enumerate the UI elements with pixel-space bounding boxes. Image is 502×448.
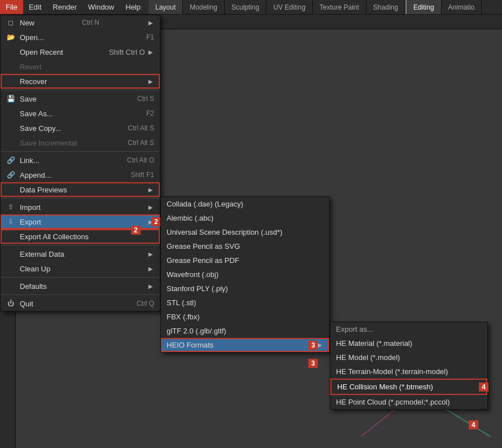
export-stanford-ply[interactable]: Stanford PLY (.ply)	[161, 282, 329, 296]
tab-texture-paint[interactable]: Texture Paint	[313, 0, 366, 14]
heio-collision-mesh[interactable]: HE Collision Mesh (*.btmesh)	[330, 379, 487, 395]
export-grease-svg[interactable]: Grease Pencil as SVG	[161, 239, 329, 253]
top-bar: File Edit Render Window Help Layout Mode…	[0, 0, 502, 15]
divider-1	[1, 90, 160, 90]
menu-open[interactable]: 📂 Open... F1	[1, 30, 160, 45]
menu-data-previews[interactable]: Data Previews ►	[1, 182, 160, 197]
menu-revert: Revert	[1, 59, 160, 74]
export-icon: ⇩	[6, 217, 15, 226]
tab-layout[interactable]: Layout	[149, 0, 183, 14]
menu-recover[interactable]: Recover ►	[1, 74, 160, 89]
workspace-tabs: Layout Modeling Sculpting UV Editing Tex…	[149, 0, 482, 14]
external-data-icon	[6, 249, 15, 258]
render-menu-trigger[interactable]: Render	[47, 0, 82, 14]
tab-modeling[interactable]: Modeling	[183, 0, 225, 14]
divider-2	[1, 151, 160, 152]
export-submenu: Collada (.dae) (Legacy) Alembic (.abc) U…	[160, 196, 330, 353]
menu-new[interactable]: ◻ New Ctrl N ►	[1, 15, 160, 30]
tab-shading[interactable]: Shading	[366, 0, 405, 14]
heio-export-as-header: Export as...	[330, 322, 487, 336]
heio-annotation-3: 3	[308, 359, 318, 368]
annotation-2: 2	[151, 217, 161, 226]
export-collada[interactable]: Collada (.dae) (Legacy)	[161, 197, 329, 211]
tab-uv-editing[interactable]: UV Editing	[267, 0, 313, 14]
save-incremental-icon	[6, 138, 15, 147]
menu-append[interactable]: 🔗 Append... Shift F1	[1, 168, 160, 182]
heio-terrain-model[interactable]: HE Terrain-Model (*.terrain-model)	[330, 364, 487, 379]
menu-save-copy[interactable]: Save Copy... Ctrl Alt S	[1, 121, 160, 135]
tab-animation[interactable]: Animatio	[442, 0, 482, 14]
save-as-icon	[6, 109, 15, 118]
divider-3	[1, 198, 160, 199]
quit-icon: ⏻	[6, 299, 15, 308]
export-usd[interactable]: Universal Scene Description (.usd*)	[161, 225, 329, 239]
divider-5	[1, 277, 160, 278]
save-copy-icon	[6, 124, 15, 133]
open-icon: 📂	[6, 33, 15, 42]
heio-submenu: Export as... HE Material (*.material) HE…	[330, 322, 488, 410]
menu-clean-up[interactable]: Clean Up ►	[1, 261, 160, 276]
menu-save-incremental: Save Incremental Ctrl Alt S	[1, 135, 160, 150]
edit-menu-trigger[interactable]: Edit	[23, 0, 47, 14]
file-menu-dropdown: ◻ New Ctrl N ► 📂 Open... F1 Open Recent …	[0, 15, 160, 311]
annotation-3: 3	[308, 341, 318, 350]
divider-6	[1, 295, 160, 295]
divider-4	[1, 245, 160, 245]
menu-import[interactable]: ⇧ Import ►	[1, 200, 160, 214]
annotation-4: 4	[479, 383, 488, 392]
defaults-icon	[6, 282, 15, 291]
export-alembic[interactable]: Alembic (.abc)	[161, 211, 329, 225]
data-previews-icon	[6, 185, 15, 194]
tab-sculpting[interactable]: Sculpting	[225, 0, 267, 14]
import-icon: ⇧	[6, 203, 15, 212]
export-grease-pdf[interactable]: Grease Pencil as PDF	[161, 253, 329, 267]
window-menu-trigger[interactable]: Window	[82, 0, 120, 14]
top-bar-left: File Edit Render Window Help	[0, 0, 146, 14]
menu-save-as[interactable]: Save As... F2	[1, 106, 160, 121]
export-annotation-2: 2	[131, 226, 141, 235]
save-icon: 💾	[6, 94, 15, 103]
help-menu-trigger[interactable]: Help	[120, 0, 146, 14]
recover-icon	[6, 77, 15, 86]
link-icon: 🔗	[6, 156, 15, 165]
clean-up-icon	[6, 264, 15, 273]
new-icon: ◻	[6, 18, 15, 27]
open-recent-icon	[6, 47, 15, 56]
heio-material[interactable]: HE Material (*.material)	[330, 336, 487, 350]
menu-open-recent[interactable]: Open Recent Shift Ctrl O ►	[1, 45, 160, 59]
export-fbx[interactable]: FBX (.fbx)	[161, 310, 329, 324]
menu-save[interactable]: 💾 Save Ctrl S	[1, 91, 160, 106]
heio-point-cloud[interactable]: HE Point Cloud (*.pcmodel;*.pccol)	[330, 395, 487, 409]
menu-external-data[interactable]: External Data ►	[1, 247, 160, 261]
export-gltf[interactable]: glTF 2.0 (.glb/.gltf)	[161, 324, 329, 338]
file-menu-trigger[interactable]: File	[0, 0, 23, 14]
menu-quit[interactable]: ⏻ Quit Ctrl Q	[1, 296, 160, 311]
export-stl[interactable]: STL (.stl)	[161, 296, 329, 310]
export-wavefront[interactable]: Wavefront (.obj)	[161, 267, 329, 282]
append-icon: 🔗	[6, 170, 15, 179]
revert-icon	[6, 62, 15, 71]
menu-link[interactable]: 🔗 Link... Ctrl Alt O	[1, 153, 160, 168]
collision-annotation-4: 4	[469, 420, 478, 429]
menu-defaults[interactable]: Defaults ►	[1, 279, 160, 293]
heio-model[interactable]: HE Model (*.model)	[330, 350, 487, 364]
tab-editing[interactable]: Editing	[405, 0, 442, 14]
export-all-icon	[6, 232, 15, 241]
export-heio-formats[interactable]: HEIO Formats ►	[161, 338, 329, 352]
